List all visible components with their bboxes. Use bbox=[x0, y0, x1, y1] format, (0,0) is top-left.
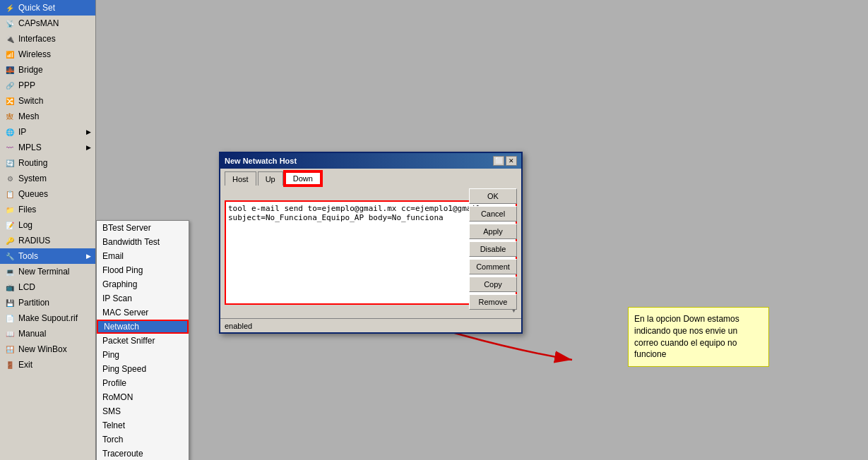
sidebar-item-mpls[interactable]: 〰 MPLS ▶ bbox=[0, 140, 95, 155]
wireless-icon: 📶 bbox=[4, 49, 16, 60]
status-text: enabled bbox=[225, 322, 252, 330]
callout-text: En la opcion Down estamos indicando que … bbox=[634, 314, 739, 359]
sidebar-item-switch[interactable]: 🔀 Switch bbox=[0, 93, 95, 109]
switch-icon: 🔀 bbox=[4, 95, 16, 107]
apply-button[interactable]: Apply bbox=[469, 224, 517, 239]
files-icon: 📁 bbox=[4, 204, 16, 215]
quick-set-icon: ⚡ bbox=[4, 2, 16, 13]
mpls-icon: 〰 bbox=[4, 142, 16, 153]
remove-button[interactable]: Remove bbox=[469, 294, 517, 310]
sidebar-item-interfaces[interactable]: 🔌 Interfaces bbox=[0, 31, 95, 47]
disable-button[interactable]: Disable bbox=[469, 241, 517, 257]
sidebar-item-make-supout[interactable]: 📄 Make Supout.rif bbox=[0, 310, 95, 326]
submenu-ping[interactable]: Ping bbox=[97, 348, 189, 362]
submenu-romon[interactable]: RoMON bbox=[97, 390, 189, 404]
sidebar-item-partition[interactable]: 💾 Partition bbox=[0, 295, 95, 310]
submenu-btest-server[interactable]: BTest Server bbox=[97, 221, 189, 235]
queues-icon: 📋 bbox=[4, 188, 16, 200]
tab-down[interactable]: Down bbox=[285, 171, 321, 186]
titlebar-buttons: ⬜ ✕ bbox=[493, 156, 517, 166]
submenu-email[interactable]: Email bbox=[97, 249, 189, 263]
dialog-titlebar: New Netwatch Host ⬜ ✕ bbox=[220, 153, 521, 169]
sidebar-item-radius[interactable]: 🔑 RADIUS bbox=[0, 233, 95, 248]
capsman-icon: 📡 bbox=[4, 18, 16, 29]
submenu-mac-server[interactable]: MAC Server bbox=[97, 305, 189, 320]
tools-icon: 🔧 bbox=[4, 250, 16, 262]
sidebar-item-bridge[interactable]: 🌉 Bridge bbox=[0, 62, 95, 78]
dialog-status-bar: enabled bbox=[220, 318, 521, 332]
submenu-packet-sniffer[interactable]: Packet Sniffer bbox=[97, 334, 189, 348]
ip-arrow: ▶ bbox=[86, 128, 91, 135]
dialog-tabs: Host Up Down bbox=[220, 169, 521, 186]
sidebar-item-system[interactable]: ⚙ System bbox=[0, 171, 95, 186]
exit-icon: 🚪 bbox=[4, 359, 16, 370]
new-winbox-icon: 🪟 bbox=[4, 344, 16, 355]
radius-icon: 🔑 bbox=[4, 235, 16, 246]
submenu-torch[interactable]: Torch bbox=[97, 432, 189, 447]
submenu-sms[interactable]: SMS bbox=[97, 404, 189, 418]
sidebar: ⚡ Quick Set 📡 CAPsMAN 🔌 Interfaces 📶 Wir… bbox=[0, 0, 96, 460]
submenu-ip-scan[interactable]: IP Scan bbox=[97, 291, 189, 305]
sidebar-item-routing[interactable]: 🔄 Routing bbox=[0, 155, 95, 171]
submenu-profile[interactable]: Profile bbox=[97, 376, 189, 390]
sidebar-item-capsman[interactable]: 📡 CAPsMAN bbox=[0, 16, 95, 31]
tools-arrow: ▶ bbox=[86, 253, 91, 260]
submenu-flood-ping[interactable]: Flood Ping bbox=[97, 263, 189, 277]
submenu-traceroute[interactable]: Traceroute bbox=[97, 447, 189, 460]
copy-button[interactable]: Copy bbox=[469, 277, 517, 292]
sidebar-item-manual[interactable]: 📖 Manual bbox=[0, 326, 95, 341]
netwatch-dialog: New Netwatch Host ⬜ ✕ Host Up Down On Do… bbox=[219, 152, 523, 334]
new-terminal-icon: 💻 bbox=[4, 266, 16, 277]
submenu-graphing[interactable]: Graphing bbox=[97, 277, 189, 291]
sidebar-item-log[interactable]: 📝 Log bbox=[0, 217, 95, 233]
cancel-button[interactable]: Cancel bbox=[469, 206, 517, 222]
submenu-ping-speed[interactable]: Ping Speed bbox=[97, 362, 189, 376]
sidebar-item-wireless[interactable]: 📶 Wireless bbox=[0, 47, 95, 62]
sidebar-item-new-terminal[interactable]: 💻 New Terminal bbox=[0, 264, 95, 279]
sidebar-item-ppp[interactable]: 🔗 PPP bbox=[0, 78, 95, 93]
callout-box: En la opcion Down estamos indicando que … bbox=[628, 307, 769, 367]
log-icon: 📝 bbox=[4, 219, 16, 231]
sidebar-item-tools[interactable]: 🔧 Tools ▶ bbox=[0, 248, 95, 264]
dialog-title: New Netwatch Host bbox=[225, 157, 297, 165]
close-button[interactable]: ✕ bbox=[506, 156, 517, 166]
sidebar-item-files[interactable]: 📁 Files bbox=[0, 202, 95, 217]
lcd-icon: 📺 bbox=[4, 282, 16, 293]
routing-icon: 🔄 bbox=[4, 157, 16, 169]
tab-host[interactable]: Host bbox=[225, 171, 256, 186]
ppp-icon: 🔗 bbox=[4, 80, 16, 91]
dialog-buttons: OK Cancel Apply Disable Comment Copy Rem… bbox=[469, 188, 517, 310]
comment-button[interactable]: Comment bbox=[469, 259, 517, 274]
interfaces-icon: 🔌 bbox=[4, 33, 16, 44]
tab-up[interactable]: Up bbox=[258, 171, 283, 186]
system-icon: ⚙ bbox=[4, 173, 16, 184]
restore-button[interactable]: ⬜ bbox=[493, 156, 504, 166]
sidebar-item-queues[interactable]: 📋 Queues bbox=[0, 186, 95, 202]
bridge-icon: 🌉 bbox=[4, 64, 16, 75]
sidebar-item-new-winbox[interactable]: 🪟 New WinBox bbox=[0, 341, 95, 357]
ip-icon: 🌐 bbox=[4, 126, 16, 138]
sidebar-item-mesh[interactable]: 🕸 Mesh bbox=[0, 109, 95, 124]
partition-icon: 💾 bbox=[4, 297, 16, 308]
sidebar-item-lcd[interactable]: 📺 LCD bbox=[0, 279, 95, 295]
sidebar-item-ip[interactable]: 🌐 IP ▶ bbox=[0, 124, 95, 140]
make-supout-icon: 📄 bbox=[4, 313, 16, 324]
tools-submenu: BTest Server Bandwidth Test Email Flood … bbox=[96, 220, 189, 460]
manual-icon: 📖 bbox=[4, 328, 16, 339]
sidebar-item-exit[interactable]: 🚪 Exit bbox=[0, 357, 95, 373]
submenu-telnet[interactable]: Telnet bbox=[97, 418, 189, 432]
mesh-icon: 🕸 bbox=[4, 111, 16, 122]
ok-button[interactable]: OK bbox=[469, 188, 517, 204]
mpls-arrow: ▶ bbox=[86, 144, 91, 151]
submenu-netwatch[interactable]: Netwatch bbox=[97, 320, 189, 334]
submenu-bandwidth-test[interactable]: Bandwidth Test bbox=[97, 235, 189, 249]
sidebar-item-quick-set[interactable]: ⚡ Quick Set bbox=[0, 0, 95, 16]
